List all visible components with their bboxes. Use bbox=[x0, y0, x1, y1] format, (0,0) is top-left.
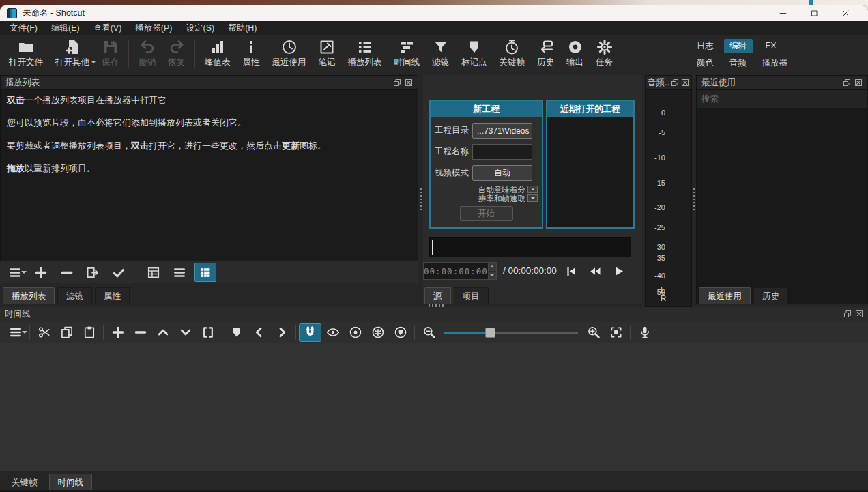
tab-属性[interactable]: 属性 bbox=[95, 287, 130, 304]
tab-滤镜[interactable]: 滤镜 bbox=[57, 287, 92, 304]
scroll-down-button[interactable] bbox=[527, 194, 538, 202]
rewind-button[interactable] bbox=[585, 263, 605, 280]
timeline-menu-button[interactable] bbox=[4, 323, 27, 342]
toolbar-undo-button[interactable]: 撤销 bbox=[132, 35, 162, 72]
toolbar-redo-button[interactable]: 恢复 bbox=[162, 35, 191, 72]
append-button[interactable] bbox=[106, 323, 129, 342]
menubar-item-3[interactable]: 播放器(P) bbox=[128, 21, 179, 35]
toolbar-notes-button[interactable]: 笔记 bbox=[313, 35, 342, 72]
menubar-item-0[interactable]: 文件(F) bbox=[3, 21, 44, 35]
float-panel-icon[interactable] bbox=[843, 78, 851, 87]
video-mode-button[interactable]: 自动 bbox=[472, 165, 532, 181]
recent-search-input[interactable] bbox=[697, 90, 867, 108]
tab-历史[interactable]: 历史 bbox=[753, 287, 788, 304]
project-folder-button[interactable]: ...7371\Videos bbox=[472, 123, 532, 139]
toolbar-history-button[interactable]: 历史 bbox=[531, 35, 560, 72]
toolbar-filter-button[interactable]: 滤镜 bbox=[426, 35, 455, 72]
layout-编辑-button[interactable]: 编辑 bbox=[724, 39, 753, 53]
play-button[interactable] bbox=[609, 263, 629, 280]
toolbar-timeline-button[interactable]: 时间线 bbox=[388, 35, 426, 72]
timeline-tracks-area[interactable] bbox=[0, 343, 868, 471]
float-panel-icon[interactable] bbox=[843, 310, 852, 318]
toolbar-info-button[interactable]: 属性 bbox=[237, 35, 266, 72]
layout-颜色-button[interactable]: 颜色 bbox=[691, 56, 720, 70]
playlist-menu-button[interactable] bbox=[4, 263, 26, 282]
timecode-spinbox[interactable]: 00:00:00:00 bbox=[423, 262, 497, 280]
view-icons-button[interactable] bbox=[194, 263, 216, 282]
previous-marker-button[interactable] bbox=[248, 323, 270, 342]
menubar-item-4[interactable]: 设定(S) bbox=[179, 21, 221, 35]
menubar-item-5[interactable]: 帮助(H) bbox=[221, 21, 263, 35]
project-name-input[interactable] bbox=[472, 144, 532, 160]
player-tab-项目[interactable]: 项目 bbox=[454, 287, 489, 304]
toolbar-marker-button[interactable]: 标记点 bbox=[455, 35, 493, 72]
float-panel-icon[interactable] bbox=[671, 78, 679, 87]
toolbar-clock-button[interactable]: 最近使用 bbox=[266, 35, 313, 72]
bottom-tab-关键帧[interactable]: 关键帧 bbox=[3, 474, 46, 491]
update-button[interactable] bbox=[82, 263, 104, 282]
remove-button[interactable] bbox=[56, 263, 78, 282]
overwrite-button[interactable] bbox=[174, 323, 197, 342]
start-button[interactable]: 开始 bbox=[460, 206, 513, 221]
toolbar-output-button[interactable]: 输出 bbox=[560, 35, 590, 72]
toolbar-save-button[interactable]: 保存 bbox=[96, 35, 125, 72]
layout-日志-button[interactable]: 日志 bbox=[691, 39, 720, 53]
close-panel-icon[interactable] bbox=[681, 78, 689, 87]
add-selected-button[interactable] bbox=[108, 263, 130, 282]
menubar-item-1[interactable]: 编辑(E) bbox=[44, 21, 87, 35]
paste-button[interactable] bbox=[78, 323, 100, 342]
toolbar-peak-meter-button[interactable]: 峰值表 bbox=[199, 35, 237, 72]
layout-音频-button[interactable]: 音频 bbox=[724, 56, 753, 70]
zoom-timeline-fit-button[interactable] bbox=[605, 323, 627, 342]
recent-files-list[interactable] bbox=[697, 108, 867, 304]
splitter-playlist-player[interactable] bbox=[418, 75, 423, 304]
menubar-item-2[interactable]: 查看(V) bbox=[87, 21, 129, 35]
close-panel-icon[interactable] bbox=[854, 78, 863, 87]
layout-FX-button[interactable]: FX bbox=[757, 39, 785, 53]
close-panel-icon[interactable] bbox=[405, 78, 413, 87]
scrub-while-dragging-button[interactable] bbox=[321, 323, 344, 342]
ripple-markers-button[interactable] bbox=[389, 323, 411, 342]
player-tab-源[interactable]: 源 bbox=[424, 287, 451, 304]
minimize-button[interactable] bbox=[767, 5, 798, 21]
tab-最近使用[interactable]: 最近使用 bbox=[699, 287, 751, 304]
record-audio-button[interactable] bbox=[633, 323, 656, 342]
toolbar-folder-button[interactable]: 打开文件 bbox=[3, 35, 49, 72]
toolbar-doc-plus-button[interactable]: 打开其他 bbox=[49, 35, 96, 72]
tab-播放列表[interactable]: 播放列表 bbox=[3, 287, 55, 304]
view-tiles-button[interactable] bbox=[169, 263, 190, 282]
lift-button[interactable] bbox=[151, 323, 174, 342]
timecode-down-button[interactable] bbox=[489, 271, 496, 280]
float-panel-icon[interactable] bbox=[393, 78, 401, 87]
append-button[interactable] bbox=[30, 263, 52, 282]
player-scrub-bar[interactable] bbox=[429, 237, 631, 257]
cut-button[interactable] bbox=[33, 323, 55, 342]
recent-projects-list[interactable] bbox=[547, 117, 633, 227]
split-button[interactable] bbox=[197, 323, 219, 342]
toolbar-stopwatch-button[interactable]: 关键帧 bbox=[493, 35, 532, 72]
ripple-delete-button[interactable] bbox=[129, 323, 151, 342]
marker-button[interactable] bbox=[225, 323, 248, 342]
close-panel-icon[interactable] bbox=[855, 310, 863, 318]
next-marker-button[interactable] bbox=[270, 323, 293, 342]
zoom-timeline-out-button[interactable] bbox=[418, 323, 440, 342]
timeline-zoom-slider[interactable] bbox=[444, 325, 578, 339]
toolbar-playlist-button[interactable]: 播放列表 bbox=[342, 35, 388, 72]
timecode-up-button[interactable] bbox=[489, 263, 496, 271]
snap-button[interactable] bbox=[299, 323, 321, 342]
ripple-button[interactable] bbox=[344, 323, 366, 342]
copy-button[interactable] bbox=[55, 323, 78, 342]
skip-to-start-button[interactable] bbox=[561, 263, 581, 280]
scroll-up-button[interactable] bbox=[527, 186, 538, 193]
playhead-cursor[interactable] bbox=[432, 240, 433, 255]
timecode-value[interactable]: 00:00:00:00 bbox=[424, 266, 488, 276]
maximize-button[interactable] bbox=[798, 5, 830, 21]
ripple-all-tracks-button[interactable] bbox=[366, 323, 389, 342]
toolbar-gear-button[interactable]: 任务 bbox=[590, 35, 619, 72]
zoom-timeline-in-button[interactable] bbox=[582, 323, 605, 342]
slider-handle[interactable] bbox=[485, 328, 495, 338]
view-details-button[interactable] bbox=[143, 263, 164, 282]
bottom-tab-时间线[interactable]: 时间线 bbox=[49, 474, 93, 491]
close-button[interactable] bbox=[830, 5, 861, 21]
layout-播放器-button[interactable]: 播放器 bbox=[757, 56, 794, 70]
